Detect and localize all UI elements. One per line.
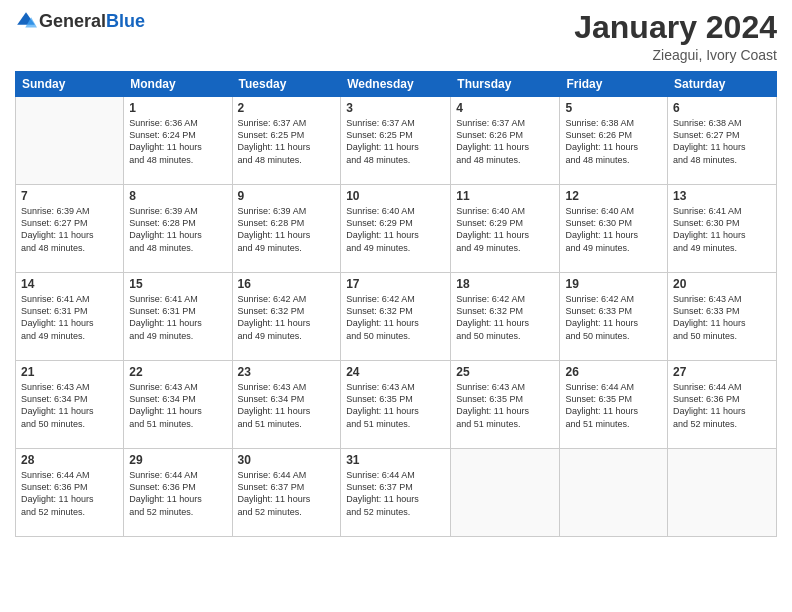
day-info: Sunrise: 6:36 AM Sunset: 6:24 PM Dayligh… (129, 117, 226, 166)
day-number: 2 (238, 101, 336, 115)
page: GeneralBlue January 2024 Zieagui, Ivory … (0, 0, 792, 612)
calendar-cell: 18Sunrise: 6:42 AM Sunset: 6:32 PM Dayli… (451, 273, 560, 361)
calendar-cell: 28Sunrise: 6:44 AM Sunset: 6:36 PM Dayli… (16, 449, 124, 537)
calendar-cell: 23Sunrise: 6:43 AM Sunset: 6:34 PM Dayli… (232, 361, 341, 449)
calendar-cell (451, 449, 560, 537)
day-info: Sunrise: 6:37 AM Sunset: 6:25 PM Dayligh… (346, 117, 445, 166)
day-number: 19 (565, 277, 662, 291)
logo-blue: Blue (106, 11, 145, 31)
day-info: Sunrise: 6:44 AM Sunset: 6:36 PM Dayligh… (21, 469, 118, 518)
day-info: Sunrise: 6:39 AM Sunset: 6:27 PM Dayligh… (21, 205, 118, 254)
calendar-cell: 26Sunrise: 6:44 AM Sunset: 6:35 PM Dayli… (560, 361, 668, 449)
day-number: 22 (129, 365, 226, 379)
day-info: Sunrise: 6:44 AM Sunset: 6:36 PM Dayligh… (673, 381, 771, 430)
day-number: 7 (21, 189, 118, 203)
calendar-cell: 14Sunrise: 6:41 AM Sunset: 6:31 PM Dayli… (16, 273, 124, 361)
day-number: 9 (238, 189, 336, 203)
day-info: Sunrise: 6:42 AM Sunset: 6:32 PM Dayligh… (346, 293, 445, 342)
day-info: Sunrise: 6:40 AM Sunset: 6:29 PM Dayligh… (456, 205, 554, 254)
day-number: 31 (346, 453, 445, 467)
calendar-cell: 13Sunrise: 6:41 AM Sunset: 6:30 PM Dayli… (668, 185, 777, 273)
calendar-cell: 10Sunrise: 6:40 AM Sunset: 6:29 PM Dayli… (341, 185, 451, 273)
header: GeneralBlue January 2024 Zieagui, Ivory … (15, 10, 777, 63)
logo: GeneralBlue (15, 10, 145, 32)
day-number: 17 (346, 277, 445, 291)
calendar-cell: 19Sunrise: 6:42 AM Sunset: 6:33 PM Dayli… (560, 273, 668, 361)
calendar-cell: 22Sunrise: 6:43 AM Sunset: 6:34 PM Dayli… (124, 361, 232, 449)
calendar-cell: 25Sunrise: 6:43 AM Sunset: 6:35 PM Dayli… (451, 361, 560, 449)
calendar-cell (560, 449, 668, 537)
calendar-cell: 1Sunrise: 6:36 AM Sunset: 6:24 PM Daylig… (124, 97, 232, 185)
day-number: 20 (673, 277, 771, 291)
calendar-cell: 27Sunrise: 6:44 AM Sunset: 6:36 PM Dayli… (668, 361, 777, 449)
day-number: 25 (456, 365, 554, 379)
day-number: 24 (346, 365, 445, 379)
calendar-cell: 31Sunrise: 6:44 AM Sunset: 6:37 PM Dayli… (341, 449, 451, 537)
day-number: 18 (456, 277, 554, 291)
day-info: Sunrise: 6:40 AM Sunset: 6:29 PM Dayligh… (346, 205, 445, 254)
calendar-cell (16, 97, 124, 185)
day-number: 8 (129, 189, 226, 203)
day-number: 12 (565, 189, 662, 203)
day-info: Sunrise: 6:43 AM Sunset: 6:34 PM Dayligh… (238, 381, 336, 430)
day-number: 28 (21, 453, 118, 467)
location-title: Zieagui, Ivory Coast (574, 47, 777, 63)
calendar-cell: 21Sunrise: 6:43 AM Sunset: 6:34 PM Dayli… (16, 361, 124, 449)
calendar-week-row-1: 1Sunrise: 6:36 AM Sunset: 6:24 PM Daylig… (16, 97, 777, 185)
calendar-cell: 30Sunrise: 6:44 AM Sunset: 6:37 PM Dayli… (232, 449, 341, 537)
calendar-cell: 11Sunrise: 6:40 AM Sunset: 6:29 PM Dayli… (451, 185, 560, 273)
calendar-cell: 4Sunrise: 6:37 AM Sunset: 6:26 PM Daylig… (451, 97, 560, 185)
month-title: January 2024 (574, 10, 777, 45)
day-number: 23 (238, 365, 336, 379)
day-info: Sunrise: 6:42 AM Sunset: 6:32 PM Dayligh… (456, 293, 554, 342)
day-info: Sunrise: 6:43 AM Sunset: 6:34 PM Dayligh… (129, 381, 226, 430)
day-number: 13 (673, 189, 771, 203)
day-number: 10 (346, 189, 445, 203)
calendar-cell: 20Sunrise: 6:43 AM Sunset: 6:33 PM Dayli… (668, 273, 777, 361)
day-info: Sunrise: 6:43 AM Sunset: 6:34 PM Dayligh… (21, 381, 118, 430)
calendar-cell (668, 449, 777, 537)
day-info: Sunrise: 6:44 AM Sunset: 6:35 PM Dayligh… (565, 381, 662, 430)
col-wednesday: Wednesday (341, 72, 451, 97)
calendar-table: Sunday Monday Tuesday Wednesday Thursday… (15, 71, 777, 537)
calendar-cell: 7Sunrise: 6:39 AM Sunset: 6:27 PM Daylig… (16, 185, 124, 273)
col-monday: Monday (124, 72, 232, 97)
day-info: Sunrise: 6:44 AM Sunset: 6:37 PM Dayligh… (238, 469, 336, 518)
day-info: Sunrise: 6:37 AM Sunset: 6:26 PM Dayligh… (456, 117, 554, 166)
day-info: Sunrise: 6:37 AM Sunset: 6:25 PM Dayligh… (238, 117, 336, 166)
col-tuesday: Tuesday (232, 72, 341, 97)
calendar-cell: 8Sunrise: 6:39 AM Sunset: 6:28 PM Daylig… (124, 185, 232, 273)
day-number: 11 (456, 189, 554, 203)
day-info: Sunrise: 6:43 AM Sunset: 6:35 PM Dayligh… (346, 381, 445, 430)
calendar-week-row-5: 28Sunrise: 6:44 AM Sunset: 6:36 PM Dayli… (16, 449, 777, 537)
day-number: 29 (129, 453, 226, 467)
calendar-cell: 3Sunrise: 6:37 AM Sunset: 6:25 PM Daylig… (341, 97, 451, 185)
calendar-cell: 2Sunrise: 6:37 AM Sunset: 6:25 PM Daylig… (232, 97, 341, 185)
day-number: 15 (129, 277, 226, 291)
day-info: Sunrise: 6:38 AM Sunset: 6:26 PM Dayligh… (565, 117, 662, 166)
calendar-week-row-4: 21Sunrise: 6:43 AM Sunset: 6:34 PM Dayli… (16, 361, 777, 449)
calendar-cell: 16Sunrise: 6:42 AM Sunset: 6:32 PM Dayli… (232, 273, 341, 361)
col-sunday: Sunday (16, 72, 124, 97)
day-info: Sunrise: 6:41 AM Sunset: 6:31 PM Dayligh… (21, 293, 118, 342)
calendar-cell: 15Sunrise: 6:41 AM Sunset: 6:31 PM Dayli… (124, 273, 232, 361)
day-info: Sunrise: 6:42 AM Sunset: 6:32 PM Dayligh… (238, 293, 336, 342)
day-number: 21 (21, 365, 118, 379)
day-info: Sunrise: 6:42 AM Sunset: 6:33 PM Dayligh… (565, 293, 662, 342)
day-info: Sunrise: 6:38 AM Sunset: 6:27 PM Dayligh… (673, 117, 771, 166)
day-number: 30 (238, 453, 336, 467)
calendar-cell: 6Sunrise: 6:38 AM Sunset: 6:27 PM Daylig… (668, 97, 777, 185)
day-number: 3 (346, 101, 445, 115)
day-number: 4 (456, 101, 554, 115)
day-number: 16 (238, 277, 336, 291)
day-info: Sunrise: 6:44 AM Sunset: 6:36 PM Dayligh… (129, 469, 226, 518)
calendar-cell: 12Sunrise: 6:40 AM Sunset: 6:30 PM Dayli… (560, 185, 668, 273)
day-number: 1 (129, 101, 226, 115)
day-info: Sunrise: 6:39 AM Sunset: 6:28 PM Dayligh… (129, 205, 226, 254)
logo-icon (15, 10, 37, 32)
calendar-cell: 9Sunrise: 6:39 AM Sunset: 6:28 PM Daylig… (232, 185, 341, 273)
col-friday: Friday (560, 72, 668, 97)
calendar-cell: 24Sunrise: 6:43 AM Sunset: 6:35 PM Dayli… (341, 361, 451, 449)
day-info: Sunrise: 6:44 AM Sunset: 6:37 PM Dayligh… (346, 469, 445, 518)
day-info: Sunrise: 6:39 AM Sunset: 6:28 PM Dayligh… (238, 205, 336, 254)
